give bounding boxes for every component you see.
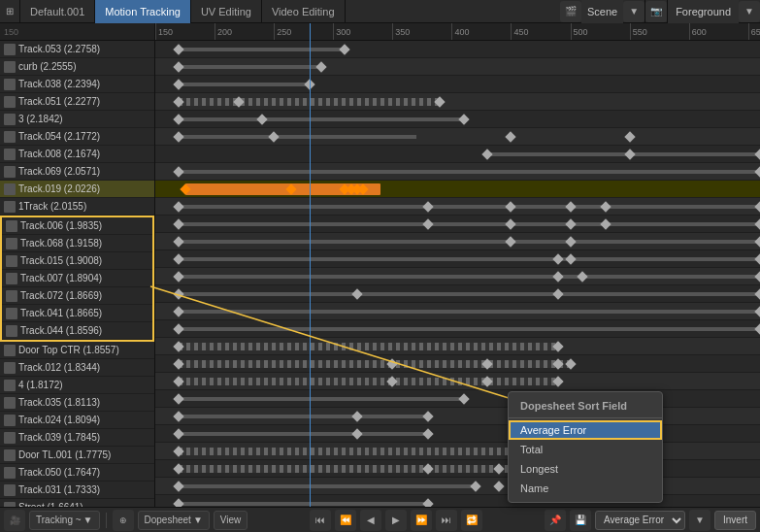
timeline-row[interactable] — [155, 338, 760, 355]
timeline-row[interactable] — [155, 303, 760, 320]
track-row[interactable]: Track.024 (1.8094) — [0, 412, 154, 429]
track-row[interactable]: curb (2.2555) — [0, 58, 154, 76]
track-row[interactable]: Track.012 (1.8344) — [0, 359, 154, 377]
track-row[interactable]: Track.038 (2.2394) — [0, 76, 154, 93]
save-small-icon[interactable]: 💾 — [570, 510, 591, 531]
dopesheet-dropdown[interactable]: Dopesheet ▼ — [138, 511, 210, 530]
track-row[interactable]: Street (1.6641) — [0, 499, 154, 507]
track-icon — [4, 96, 16, 108]
timeline-row[interactable] — [155, 93, 760, 111]
jump-start-icon[interactable]: ⏮ — [310, 510, 331, 531]
keyframe — [174, 218, 184, 229]
track-row-yellow[interactable]: Track.007 (1.8904) — [2, 270, 152, 287]
scene-icon[interactable]: ▼ — [623, 1, 644, 22]
render-icon[interactable]: 🎬 — [560, 1, 581, 22]
track-icon — [6, 290, 17, 302]
track-row[interactable]: Track.035 (1.8113) — [0, 394, 154, 412]
track-row[interactable]: Track.039 (1.7845) — [0, 429, 154, 447]
timeline-row[interactable] — [155, 41, 760, 58]
dropdown-item-longest[interactable]: Longest — [509, 459, 662, 479]
timeline-row[interactable] — [155, 443, 760, 460]
timeline-panel[interactable]: 150200250300350400450500550600650 — [155, 23, 760, 507]
timeline-row[interactable] — [155, 355, 760, 373]
pin-icon[interactable]: 📌 — [545, 510, 566, 531]
camera-small-icon[interactable]: 🎥 — [4, 510, 25, 531]
track-row[interactable]: Track.054 (2.1772) — [0, 128, 154, 146]
track-row[interactable]: Track.069 (2.0571) — [0, 163, 154, 181]
motion-bar — [179, 275, 760, 279]
track-list: 150 Track.053 (2.2758) curb (2.2555) Tra… — [0, 23, 155, 507]
timeline-row[interactable] — [155, 163, 760, 181]
timeline-row[interactable] — [155, 111, 760, 128]
foreground-icon[interactable]: ▼ — [739, 1, 760, 22]
loop-icon[interactable]: 🔁 — [461, 510, 482, 531]
timeline-row[interactable] — [155, 181, 760, 198]
timeline-row[interactable] — [155, 478, 760, 495]
dropdown-item-name[interactable]: Name — [509, 479, 662, 498]
timeline-row[interactable] — [155, 320, 760, 338]
keyframe — [351, 411, 362, 421]
add-icon[interactable]: ⊕ — [113, 510, 134, 531]
keyframe — [340, 44, 350, 54]
play-reverse-icon[interactable]: ◀ — [360, 510, 381, 531]
timeline-row[interactable] — [155, 146, 760, 163]
track-row-yellow[interactable]: Track.041 (1.8665) — [2, 305, 152, 322]
timeline-row[interactable] — [155, 408, 760, 425]
track-row[interactable]: Track.051 (2.2277) — [0, 93, 154, 111]
timeline-row[interactable] — [155, 425, 760, 443]
keyframe — [506, 218, 516, 229]
track-row-yellow[interactable]: Track.068 (1.9158) — [2, 235, 152, 252]
track-icon — [4, 201, 16, 213]
timeline-row[interactable] — [155, 390, 760, 408]
play-icon[interactable]: ▶ — [385, 510, 407, 531]
timeline-row[interactable] — [155, 460, 760, 478]
track-row-yellow[interactable]: Track.015 (1.9008) — [2, 252, 152, 270]
dropdown-item-avg-error[interactable]: Average Error — [509, 420, 662, 440]
track-row[interactable]: Door TL.001 (1.7775) — [0, 447, 154, 464]
dropdown-arrow-icon[interactable]: ▼ — [689, 510, 710, 531]
jump-end-icon[interactable]: ⏭ — [436, 510, 457, 531]
tab-layout-icon[interactable]: ⊞ — [0, 0, 20, 23]
tab-default[interactable]: Default.001 — [20, 0, 95, 23]
tracking-dropdown[interactable]: Tracking ~ ▼ — [29, 511, 100, 530]
camera-icon[interactable]: 📷 — [645, 1, 667, 22]
track-row[interactable]: Track.053 (2.2758) — [0, 41, 154, 58]
track-icon — [4, 44, 16, 55]
tab-motion-tracking[interactable]: Motion Tracking — [95, 0, 191, 23]
timeline-row[interactable] — [155, 495, 760, 507]
timeline-row[interactable] — [155, 198, 760, 216]
avg-error-select[interactable]: Average Error Total Longest Name — [595, 511, 685, 530]
dropdown-item-total[interactable]: Total — [509, 440, 662, 459]
timeline-row[interactable] — [155, 58, 760, 76]
tab-uv-editing[interactable]: UV Editing — [191, 0, 262, 23]
motion-bar — [179, 257, 760, 261]
timeline-row[interactable] — [155, 285, 760, 303]
track-row[interactable]: Door Top CTR (1.8557) — [0, 342, 154, 359]
track-icon — [4, 397, 16, 409]
step-back-icon[interactable]: ⏪ — [335, 510, 356, 531]
track-row-yellow[interactable]: Track.072 (1.8669) — [2, 287, 152, 305]
timeline-row[interactable] — [155, 268, 760, 285]
step-forward-icon[interactable]: ⏩ — [411, 510, 432, 531]
track-row[interactable]: Track.050 (1.7647) — [0, 464, 154, 482]
tab-video-editing[interactable]: Video Editing — [262, 0, 346, 23]
invert-button[interactable]: Invert — [714, 511, 756, 530]
timeline-row[interactable] — [155, 233, 760, 250]
track-row[interactable]: 1Track (2.0155) — [0, 198, 154, 216]
motion-bar — [179, 432, 428, 436]
timeline-row[interactable] — [155, 128, 760, 146]
track-row-yellow[interactable]: Track.006 (1.9835) — [2, 217, 152, 235]
timeline-row[interactable] — [155, 373, 760, 390]
view-button[interactable]: View — [214, 511, 248, 530]
track-row-yellow[interactable]: Track.044 (1.8596) — [2, 322, 152, 340]
track-icon — [4, 467, 16, 479]
track-row[interactable]: Track.031 (1.7333) — [0, 482, 154, 499]
track-row[interactable]: 3 (2.1842) — [0, 111, 154, 128]
track-icon — [4, 362, 16, 374]
timeline-row[interactable] — [155, 250, 760, 268]
track-row[interactable]: Track.008 (2.1674) — [0, 146, 154, 163]
track-row[interactable]: 4 (1.8172) — [0, 377, 154, 394]
timeline-row[interactable] — [155, 216, 760, 233]
timeline-row[interactable] — [155, 76, 760, 93]
track-row-selected[interactable]: Track.019 (2.0226) — [0, 181, 154, 198]
